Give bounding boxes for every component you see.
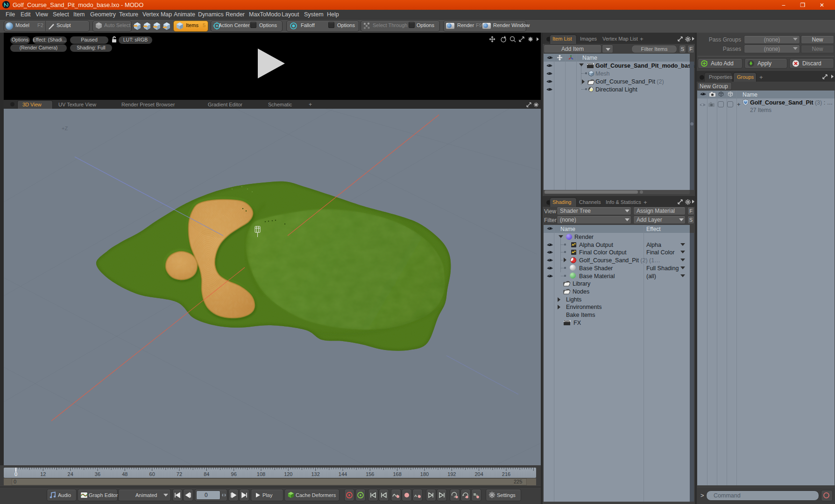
svg-text:72: 72	[177, 471, 182, 477]
svg-text:+Z: +Z	[62, 126, 68, 131]
svg-text:84: 84	[204, 471, 209, 477]
svg-text:60: 60	[149, 471, 155, 477]
svg-text:0: 0	[14, 471, 17, 477]
svg-text:108: 108	[257, 471, 265, 477]
svg-text:96: 96	[231, 471, 237, 477]
svg-text:48: 48	[122, 471, 127, 477]
svg-text:216: 216	[502, 471, 510, 477]
svg-text:24: 24	[68, 471, 73, 477]
svg-text:204: 204	[474, 471, 483, 477]
svg-text:36: 36	[95, 471, 100, 477]
svg-text:132: 132	[311, 471, 319, 477]
svg-text:156: 156	[366, 471, 374, 477]
svg-text:144: 144	[339, 471, 347, 477]
svg-text:168: 168	[393, 471, 401, 477]
svg-text:180: 180	[420, 471, 429, 477]
svg-text:12: 12	[40, 471, 46, 477]
svg-text:192: 192	[447, 471, 456, 477]
svg-text:120: 120	[284, 471, 292, 477]
